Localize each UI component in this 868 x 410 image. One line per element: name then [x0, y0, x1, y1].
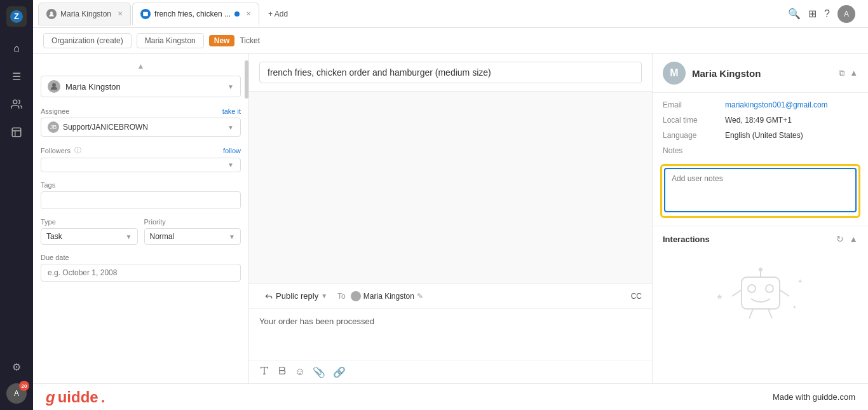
tags-input[interactable] [41, 191, 241, 209]
reply-type-chevron: ▼ [321, 292, 327, 299]
recipient-name: Maria Kingston [363, 292, 414, 301]
refresh-icon[interactable]: ↻ [836, 234, 844, 244]
type-select[interactable]: Task ▼ [41, 228, 138, 245]
svg-line-17 [749, 309, 753, 318]
type-label: Type [41, 218, 138, 226]
guidde-logo: g uidde . [46, 388, 105, 406]
language-row: Language English (United States) [663, 131, 858, 140]
svg-line-18 [768, 309, 772, 318]
followers-info-icon[interactable]: ⓘ [74, 146, 81, 155]
customer-info: Email mariakingston001@gmail.com Local t… [653, 93, 868, 169]
take-it-link[interactable]: take it [222, 107, 241, 115]
scroll-up-indicator: ▲ [41, 62, 241, 71]
link-icon[interactable]: 🔗 [333, 366, 346, 378]
sidebar-scrollbar[interactable] [245, 54, 248, 383]
ticket-subject-area [249, 54, 652, 92]
collapse-customer-icon[interactable]: ▲ [850, 68, 858, 78]
assignee-select[interactable]: JB Support/JANICEBROWN ▼ [41, 118, 241, 137]
edit-recipient-icon[interactable]: ✎ [417, 292, 423, 301]
followers-chevron: ▼ [227, 161, 234, 168]
reply-type-label: Public reply [276, 291, 318, 301]
requester-avatar [48, 80, 60, 93]
requester-chevron: ▼ [227, 83, 234, 90]
reply-type-button[interactable]: Public reply ▼ [259, 289, 332, 303]
followers-label: Followers ⓘ follow [41, 146, 241, 155]
reply-text: Your order has been processed [259, 317, 374, 326]
help-icon[interactable]: ? [824, 8, 830, 20]
customer-header: M Maria Kingston ⧉ ▲ [653, 54, 868, 93]
right-panel: M Maria Kingston ⧉ ▲ Email mariakingston… [652, 54, 868, 383]
settings-icon[interactable]: ⚙ [5, 355, 28, 378]
ticket-main: Public reply ▼ To Maria Kingston ✎ CC [249, 54, 652, 383]
breadcrumb-org[interactable]: Organization (create) [43, 33, 132, 48]
home-icon[interactable]: ⌂ [5, 37, 28, 60]
email-row: Email mariakingston001@gmail.com [663, 100, 858, 109]
tab-maria-label: Maria Kingston [60, 10, 111, 18]
type-priority-row: Type Task ▼ Priority [41, 218, 241, 245]
assignee-chevron: ▼ [227, 124, 234, 131]
emoji-icon[interactable]: ☺ [295, 366, 305, 378]
notes-input[interactable] [664, 168, 857, 212]
tab-french-fries[interactable]: french fries, chicken ... ✕ [132, 3, 259, 25]
due-date-field: Due date [41, 254, 241, 282]
collapse-interactions-icon[interactable]: ▲ [849, 234, 858, 244]
bold-icon[interactable] [277, 366, 287, 378]
external-link-icon[interactable]: ⧉ [839, 68, 844, 78]
reply-bottom-toolbar: ☺ 📎 🔗 [249, 360, 652, 383]
customer-actions: ⧉ ▲ [839, 68, 858, 78]
svg-text:✦: ✦ [792, 304, 797, 310]
tab-add-button[interactable]: + Add [261, 10, 295, 18]
interactions-section: Interactions ↻ ▲ [653, 226, 868, 348]
tab-bar: Maria Kingston ✕ french fries, chicken .… [33, 0, 868, 28]
local-time-label: Local time [663, 116, 720, 125]
priority-select[interactable]: Normal ▼ [144, 228, 241, 245]
cc-button[interactable]: CC [631, 292, 642, 301]
notes-highlight-box [660, 164, 860, 218]
tab-french-close[interactable]: ✕ [246, 10, 251, 17]
svg-text:Z: Z [14, 11, 19, 21]
requester-dropdown[interactable]: Maria Kingston ▼ [41, 76, 241, 97]
tab-french-label: french fries, chicken ... [154, 10, 231, 18]
followers-dropdown[interactable]: ▼ [41, 158, 241, 172]
tickets-icon[interactable]: ☰ [5, 65, 28, 88]
app-logo[interactable]: Z [6, 6, 27, 27]
follow-link[interactable]: follow [223, 147, 241, 154]
users-icon[interactable] [5, 93, 28, 116]
followers-field: Followers ⓘ follow ▼ [41, 146, 241, 172]
svg-line-16 [780, 290, 789, 296]
guidde-tagline: Made with guidde.com [773, 392, 855, 402]
reports-icon[interactable] [5, 121, 28, 144]
interactions-title: Interactions [663, 235, 836, 244]
breadcrumb-user[interactable]: Maria Kingston [137, 33, 204, 48]
reply-area: Public reply ▼ To Maria Kingston ✎ CC [249, 283, 652, 383]
email-label: Email [663, 100, 720, 109]
type-chevron: ▼ [126, 233, 132, 240]
breadcrumb-ticket: Ticket [240, 36, 260, 45]
due-date-input[interactable] [41, 264, 241, 282]
format-icon[interactable] [259, 366, 269, 378]
svg-line-15 [732, 290, 742, 296]
assignee-avatar: JB [48, 121, 59, 133]
assignee-field: Assignee take it JB Support/JANICEBROWN … [41, 107, 241, 137]
content-area: ▲ Maria Kingston ▼ [33, 54, 868, 383]
breadcrumb-badge: New [209, 35, 235, 46]
priority-field: Priority Normal ▼ [144, 218, 241, 245]
email-value[interactable]: mariakingston001@gmail.com [725, 100, 828, 109]
apps-icon[interactable]: ⊞ [808, 8, 817, 20]
reply-editor[interactable]: Your order has been processed [249, 309, 652, 360]
attachment-icon[interactable]: 📎 [313, 366, 325, 378]
tab-maria-close[interactable]: ✕ [118, 10, 123, 17]
user-avatar[interactable]: A 20 [6, 383, 27, 404]
tab-unsaved-indicator [234, 11, 240, 17]
search-icon[interactable]: 🔍 [788, 8, 801, 20]
svg-text:★: ★ [716, 292, 723, 301]
local-time-row: Local time Wed, 18:49 GMT+1 [663, 116, 858, 125]
tab-maria-kingston[interactable]: Maria Kingston ✕ [38, 3, 131, 25]
priority-label: Priority [144, 218, 241, 226]
svg-point-12 [766, 285, 773, 292]
user-menu[interactable]: A [837, 5, 855, 23]
ticket-body [249, 92, 652, 283]
priority-chevron: ▼ [229, 233, 235, 240]
requester-name: Maria Kingston [65, 82, 222, 92]
subject-input[interactable] [259, 62, 642, 83]
